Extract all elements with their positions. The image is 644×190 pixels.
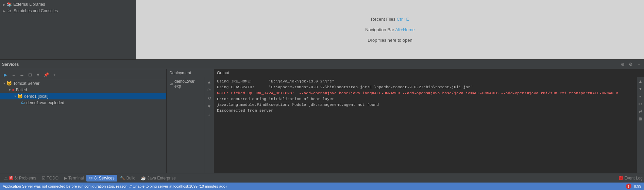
nav-bar-text: Navigation Bar xyxy=(365,27,394,32)
tab-todo[interactable]: ☑ TODO xyxy=(39,175,61,182)
print-btn[interactable]: 🖨 xyxy=(638,108,644,114)
external-libraries-item[interactable]: ▶ 📚 External Libraries xyxy=(0,1,136,7)
services-title: Services xyxy=(2,62,19,67)
tomcat-icon: 🐱 xyxy=(6,81,12,86)
output-with-controls: Using JRE_HOME: "E:\java_jdk\jdk-13.0.2\… xyxy=(214,77,644,173)
output-header: Output xyxy=(214,69,644,77)
drop-hint-text: Drop files here to open xyxy=(368,38,412,43)
drop-hint: Drop files here to open xyxy=(368,38,412,43)
top-area: ▶ 📚 External Libraries ▶ 🗂 Scratches and… xyxy=(0,0,644,59)
build-icon: 🔨 xyxy=(120,176,125,180)
demo1-label: demo1 [local] xyxy=(24,94,48,99)
scroll-down-btn[interactable]: ▼ xyxy=(638,86,644,92)
terminal-label: Terminal xyxy=(68,176,84,180)
status-message: Application Server was not connected bef… xyxy=(3,184,626,188)
scroll-up-btn[interactable]: ▲ xyxy=(638,78,644,84)
run-button[interactable]: ▶ xyxy=(2,72,9,78)
scratches-arrow: ▶ xyxy=(3,9,5,13)
editor-area: Recent Files Ctrl+E Navigation Bar Alt+H… xyxy=(136,0,644,59)
deploy-item: 🗂 demo1:war exp xyxy=(168,78,203,89)
demo1-item[interactable]: ▼ 🐱 demo1 [local] xyxy=(0,93,166,99)
services-tab-icon: ⚙ xyxy=(89,176,93,180)
war-exploded-item[interactable]: 🗂 demo1:war exploded xyxy=(0,99,166,106)
war-arrow xyxy=(19,101,20,104)
collapse-all-button[interactable]: ≡ xyxy=(10,72,17,78)
expand-all-button[interactable]: ≣ xyxy=(18,72,25,78)
warn-symbol: ! xyxy=(628,185,629,188)
services-header: Services ⊕ ⚙ − xyxy=(0,60,644,69)
scratches-consoles-item[interactable]: ▶ 🗂 Scratches and Consoles xyxy=(0,7,136,14)
scratches-icon: 🗂 xyxy=(7,8,12,14)
failed-icon: ● xyxy=(12,87,15,92)
deploy-swap-btn[interactable]: ↕ xyxy=(206,111,213,118)
status-right: ! 8:99 xyxy=(626,184,641,189)
output-line-1: Using JRE_HOME: "E:\java_jdk\jdk-13.0.2\… xyxy=(217,78,634,84)
tab-build[interactable]: 🔨 Build xyxy=(117,175,138,182)
event-log-label: Event Log xyxy=(624,176,643,180)
services-minimize-icon[interactable]: − xyxy=(636,61,642,68)
filter-button[interactable]: ▼ xyxy=(35,72,41,78)
output-line-2: Using CLASSPATH: "E:\apache-tomcat-9.0.2… xyxy=(217,84,634,90)
event-log[interactable]: 1 Event Log xyxy=(619,176,643,180)
add-service-button[interactable]: + xyxy=(51,72,58,78)
status-bar: Application Server was not connected bef… xyxy=(0,183,644,190)
deploy-revert-btn[interactable]: ⟲ xyxy=(206,95,213,101)
build-label: Build xyxy=(126,176,136,180)
pin-button[interactable]: 📌 xyxy=(43,72,50,78)
output-line-4: Error occurred during initialization of … xyxy=(217,96,634,102)
todo-label: TODO xyxy=(47,176,58,180)
demo1-arrow: ▼ xyxy=(14,95,17,98)
output-panel: Output Using JRE_HOME: "E:\java_jdk\jdk-… xyxy=(214,69,644,173)
deployment-panel: Deployment 🗂 demo1:war exp ▲ ⟳ ⟲ ▼ ↕ xyxy=(167,69,214,173)
status-warn-icon: ! xyxy=(626,184,631,189)
external-libraries-icon: 📚 xyxy=(7,2,12,7)
output-side-btns: ▲ ▼ ≡ ≡↕ 🖨 🗑 xyxy=(637,77,644,173)
clear-btn[interactable]: 🗑 xyxy=(638,116,644,122)
file-tree-panel: ▶ 📚 External Libraries ▶ 🗂 Scratches and… xyxy=(0,0,136,59)
tab-terminal[interactable]: ▶ Terminal xyxy=(61,175,86,182)
services-panel: Services ⊕ ⚙ − ▶ ≡ ≣ ⊞ ▼ 📌 + ▼ 🐱 xyxy=(0,59,644,173)
nav-bar-shortcut: Alt+Home xyxy=(395,27,414,32)
wrap-lines-btn[interactable]: ≡ xyxy=(638,93,644,99)
tomcat-arrow: ▼ xyxy=(3,82,6,85)
war-label: demo1:war exploded xyxy=(27,100,64,105)
demo1-icon: 🐱 xyxy=(17,94,23,99)
java-enterprise-icon: ☕ xyxy=(141,176,146,180)
tomcat-server-item[interactable]: ▼ 🐱 Tomcat Server xyxy=(0,80,166,87)
deploy-item-icon: 🗂 xyxy=(169,82,173,86)
recent-files-hint: Recent Files Ctrl+E xyxy=(371,17,409,22)
output-content[interactable]: Using JRE_HOME: "E:\java_jdk\jdk-13.0.2\… xyxy=(214,77,637,173)
external-libraries-arrow: ▶ xyxy=(3,3,5,6)
output-line-5: java.lang.module.FindException: Module j… xyxy=(217,102,634,108)
services-add-icon[interactable]: ⊕ xyxy=(620,61,626,68)
tab-java-enterprise[interactable]: ☕ Java Enterprise xyxy=(138,175,178,182)
deploy-down-btn[interactable]: ▼ xyxy=(206,103,213,110)
nav-bar-hint: Navigation Bar Alt+Home xyxy=(365,27,415,32)
bottom-tabs: ⚠ 6 6: Problems ☑ TODO ▶ Terminal ⚙ 8: S… xyxy=(0,173,644,183)
services-content: ▶ ≡ ≣ ⊞ ▼ 📌 + ▼ 🐱 Tomcat Server ▼ ● Fail… xyxy=(0,69,644,173)
tab-problems[interactable]: ⚠ 6 6: Problems xyxy=(1,175,39,182)
scratches-label: Scratches and Consoles xyxy=(14,8,58,13)
services-gear-icon[interactable]: ⚙ xyxy=(628,61,634,68)
java-enterprise-label: Java Enterprise xyxy=(147,176,175,180)
recent-files-shortcut: Ctrl+E xyxy=(397,17,409,22)
services-tree: ▶ ≡ ≣ ⊞ ▼ 📌 + ▼ 🐱 Tomcat Server ▼ ● Fail… xyxy=(0,69,167,173)
war-icon: 🗂 xyxy=(21,100,25,105)
sort-btn[interactable]: ≡↕ xyxy=(638,101,644,107)
failed-item[interactable]: ▼ ● Failed xyxy=(0,87,166,93)
deployment-header: Deployment xyxy=(167,69,214,77)
deploy-up-btn[interactable]: ▲ xyxy=(206,78,213,85)
todo-icon: ☑ xyxy=(42,176,46,180)
problems-label: 6: Problems xyxy=(15,176,36,180)
deploy-item-label: demo1:war exp xyxy=(174,79,201,89)
failed-arrow: ▼ xyxy=(8,88,11,92)
deployment-content: 🗂 demo1:war exp xyxy=(167,77,204,173)
failed-label: Failed xyxy=(16,88,27,92)
problems-count: 6 xyxy=(9,176,13,180)
deploy-refresh-btn[interactable]: ⟳ xyxy=(206,87,213,93)
tab-services[interactable]: ⚙ 8: Services xyxy=(86,175,117,182)
tomcat-label: Tomcat Server xyxy=(13,81,39,86)
external-libraries-label: External Libraries xyxy=(13,2,45,7)
output-line-3: NOTE: Picked up JDK_JAVA_OPTIONS: --add-… xyxy=(217,90,634,96)
group-button[interactable]: ⊞ xyxy=(27,72,33,78)
